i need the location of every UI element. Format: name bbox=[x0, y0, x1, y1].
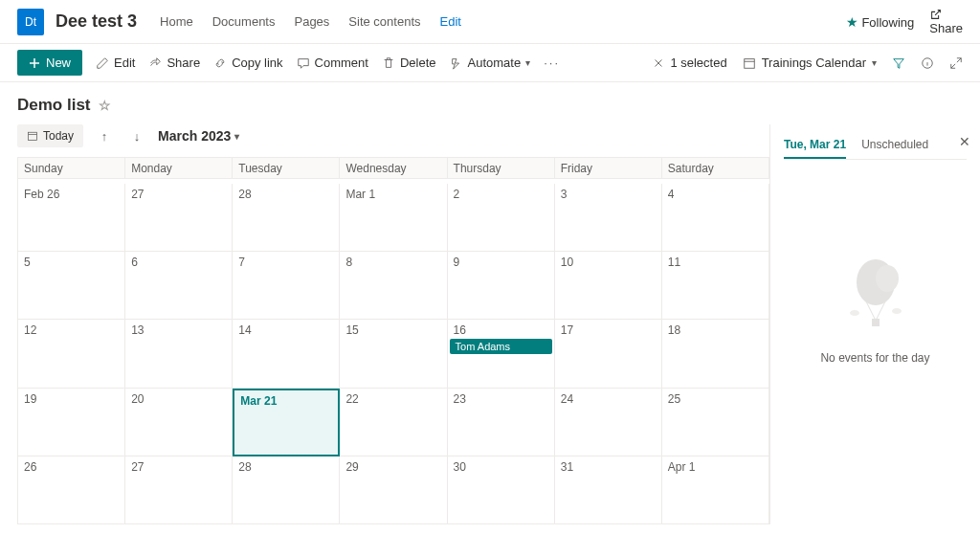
svg-rect-0 bbox=[744, 58, 754, 68]
day-cell[interactable]: 16Tom Adams bbox=[448, 320, 555, 388]
empty-state: No events for the day bbox=[784, 256, 967, 365]
pencil-icon bbox=[96, 56, 109, 70]
next-month-button[interactable]: ↓ bbox=[125, 129, 148, 144]
month-label[interactable]: March 2023 ▾ bbox=[158, 128, 239, 144]
tab-date[interactable]: Tue, Mar 21 bbox=[784, 132, 846, 159]
top-nav: Home Documents Pages Site contents Edit bbox=[160, 14, 461, 29]
day-cell[interactable]: 4 bbox=[662, 184, 769, 252]
trash-icon bbox=[382, 56, 395, 70]
day-cell[interactable]: 22 bbox=[340, 389, 447, 456]
day-cell[interactable]: 27 bbox=[125, 184, 233, 252]
day-header: Sunday bbox=[18, 158, 125, 179]
day-cell[interactable]: 15 bbox=[340, 320, 447, 388]
plus-icon bbox=[29, 57, 40, 69]
day-cell[interactable]: 14 bbox=[233, 320, 340, 388]
balloon-icon bbox=[847, 256, 904, 332]
content-area: Today ↑ ↓ March 2023 ▾ SundayMondayTuesd… bbox=[0, 124, 980, 524]
more-button[interactable]: ··· bbox=[544, 56, 560, 70]
day-cell[interactable]: 19 bbox=[18, 389, 125, 456]
day-cell[interactable]: 26 bbox=[18, 456, 125, 524]
svg-rect-5 bbox=[872, 319, 880, 326]
close-panel-button[interactable]: ✕ bbox=[959, 134, 970, 149]
day-cell[interactable]: 17 bbox=[555, 320, 662, 388]
star-icon: ★ bbox=[846, 14, 858, 30]
nav-pages[interactable]: Pages bbox=[294, 14, 329, 29]
day-cell[interactable]: Apr 1 bbox=[662, 456, 769, 524]
day-cell[interactable]: 20 bbox=[125, 389, 233, 456]
svg-point-6 bbox=[850, 310, 859, 316]
nav-edit[interactable]: Edit bbox=[440, 14, 461, 29]
calendar-grid: SundayMondayTuesdayWednesdayThursdayFrid… bbox=[17, 157, 769, 524]
svg-rect-2 bbox=[29, 132, 37, 140]
day-cell[interactable]: Mar 21 bbox=[233, 389, 340, 456]
day-cell[interactable]: 11 bbox=[662, 252, 769, 320]
day-cell[interactable]: 18 bbox=[662, 320, 769, 388]
copy-link-button[interactable]: Copy link bbox=[213, 56, 282, 70]
chevron-down-icon: ▾ bbox=[525, 57, 530, 68]
share-button[interactable]: Share bbox=[929, 8, 963, 35]
day-cell[interactable]: 2 bbox=[448, 184, 555, 252]
calendar-icon bbox=[743, 56, 756, 70]
share-arrow-icon bbox=[148, 56, 162, 70]
event-chip[interactable]: Tom Adams bbox=[450, 339, 552, 354]
day-cell[interactable]: 27 bbox=[125, 456, 233, 524]
day-cell[interactable]: 23 bbox=[448, 389, 555, 456]
day-header: Saturday bbox=[662, 158, 769, 179]
day-cell[interactable]: 10 bbox=[555, 252, 662, 320]
comment-icon bbox=[297, 56, 310, 70]
filter-icon[interactable] bbox=[892, 56, 905, 70]
following-button[interactable]: ★ Following bbox=[846, 14, 915, 30]
selection-count[interactable]: 1 selected bbox=[652, 56, 726, 70]
page-title: Demo list bbox=[17, 96, 91, 115]
day-cell[interactable]: 5 bbox=[18, 252, 125, 320]
day-cell[interactable]: 31 bbox=[555, 456, 662, 524]
day-cell[interactable]: Mar 1 bbox=[340, 184, 447, 252]
favorite-star-icon[interactable]: ☆ bbox=[99, 98, 111, 113]
share-cmd-button[interactable]: Share bbox=[148, 56, 200, 70]
info-icon[interactable] bbox=[921, 56, 934, 70]
day-header: Friday bbox=[555, 158, 662, 179]
details-panel: ✕ Tue, Mar 21 Unscheduled No events for … bbox=[769, 124, 980, 524]
day-cell[interactable]: 29 bbox=[340, 456, 447, 524]
day-cell[interactable]: 13 bbox=[125, 320, 233, 388]
chevron-down-icon: ▾ bbox=[872, 57, 877, 68]
command-bar: New Edit Share Copy link Comment Delete … bbox=[0, 44, 980, 82]
day-cell[interactable]: 28 bbox=[233, 456, 340, 524]
view-switcher[interactable]: Trainings Calendar ▾ bbox=[743, 56, 877, 70]
calendar-column: Today ↑ ↓ March 2023 ▾ SundayMondayTuesd… bbox=[0, 124, 769, 524]
nav-site-contents[interactable]: Site contents bbox=[348, 14, 420, 29]
day-cell[interactable]: Feb 26 bbox=[18, 184, 125, 252]
calendar-today-icon bbox=[27, 130, 38, 142]
day-cell[interactable]: 9 bbox=[448, 252, 555, 320]
day-cell[interactable]: 30 bbox=[448, 456, 555, 524]
today-button[interactable]: Today bbox=[17, 124, 83, 147]
automate-button[interactable]: Automate ▾ bbox=[450, 56, 531, 70]
day-header: Monday bbox=[125, 158, 233, 179]
day-cell[interactable]: 25 bbox=[662, 389, 769, 456]
new-button[interactable]: New bbox=[17, 50, 82, 76]
comment-button[interactable]: Comment bbox=[297, 56, 368, 70]
nav-home[interactable]: Home bbox=[160, 14, 193, 29]
calendar-header: Today ↑ ↓ March 2023 ▾ bbox=[17, 124, 769, 157]
day-cell[interactable]: 8 bbox=[340, 252, 447, 320]
panel-tabs: Tue, Mar 21 Unscheduled bbox=[784, 132, 967, 160]
flow-icon bbox=[450, 56, 463, 70]
svg-point-4 bbox=[876, 265, 899, 292]
expand-icon[interactable] bbox=[949, 56, 963, 70]
day-cell[interactable]: 3 bbox=[555, 184, 662, 252]
delete-button[interactable]: Delete bbox=[382, 56, 436, 70]
day-cell[interactable]: 12 bbox=[18, 320, 125, 388]
day-cell[interactable]: 24 bbox=[555, 389, 662, 456]
site-icon[interactable]: Dt bbox=[17, 9, 44, 35]
site-title[interactable]: Dee test 3 bbox=[56, 11, 137, 32]
edit-button[interactable]: Edit bbox=[96, 56, 135, 70]
day-cell[interactable]: 7 bbox=[233, 252, 340, 320]
prev-month-button[interactable]: ↑ bbox=[93, 129, 116, 144]
day-cell[interactable]: 6 bbox=[125, 252, 233, 320]
nav-documents[interactable]: Documents bbox=[212, 14, 276, 29]
tab-unscheduled[interactable]: Unscheduled bbox=[861, 132, 928, 159]
empty-text: No events for the day bbox=[820, 351, 929, 365]
day-header: Wednesday bbox=[340, 158, 447, 179]
day-cell[interactable]: 28 bbox=[233, 184, 340, 252]
link-icon bbox=[213, 56, 227, 70]
